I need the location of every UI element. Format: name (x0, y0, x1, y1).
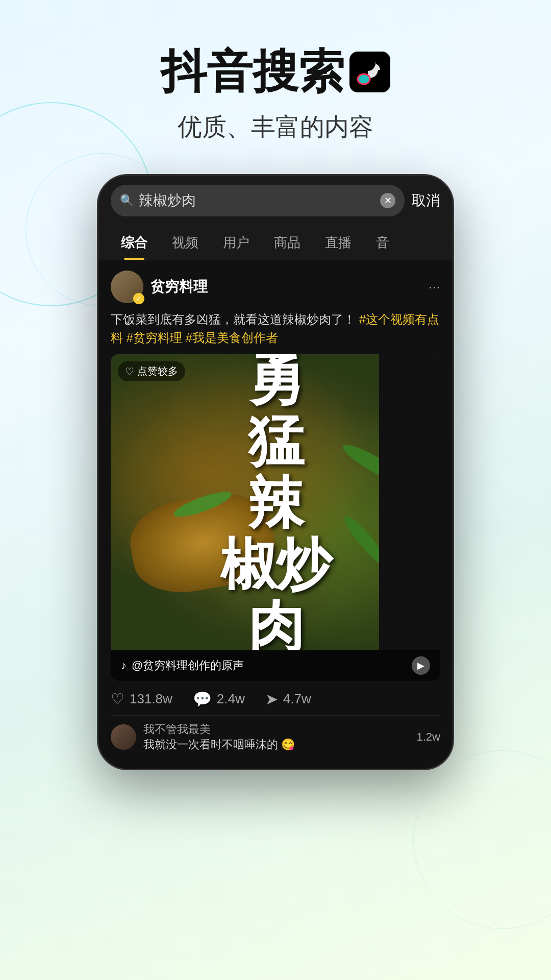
video-title-text: 勇猛辣椒炒肉 (220, 354, 331, 650)
verified-badge: ✓ (133, 293, 144, 304)
post-username[interactable]: 贫穷料理 (151, 277, 208, 297)
likes-engagement[interactable]: ♡ 131.8w (111, 690, 172, 708)
phone-edge-overlay (379, 354, 440, 650)
comment-body-text: 我就没一次看时不咽唾沫的 😋 (143, 737, 410, 752)
app-subtitle: 优质、丰富的内容 (0, 111, 551, 143)
tab-product[interactable]: 商品 (262, 226, 313, 260)
bg-decoration-circle-3 (413, 750, 551, 929)
post-user-info: ✓ 贫穷料理 (111, 271, 208, 303)
tab-video[interactable]: 视频 (160, 226, 211, 260)
search-icon: 🔍 (120, 194, 134, 207)
verified-check-icon: ✓ (136, 295, 142, 303)
audio-bar[interactable]: ♪ @贫穷料理创作的原声 ▶ (111, 650, 440, 681)
play-icon: ▶ (417, 660, 424, 671)
post-desc-text: 下饭菜到底有多凶猛，就看这道辣椒炒肉了！ (111, 312, 356, 326)
search-clear-button[interactable]: ✕ (380, 193, 395, 208)
app-title: 抖音搜索 (0, 41, 551, 103)
post-description: 下饭菜到底有多凶猛，就看这道辣椒炒肉了！ #这个视频有点料 #贫穷料理 #我是美… (111, 310, 440, 347)
search-input-wrapper[interactable]: 🔍 辣椒炒肉 ✕ (111, 185, 405, 216)
tab-user[interactable]: 用户 (211, 226, 262, 260)
engagement-row: ♡ 131.8w 💬 2.4w ➤ 4.7w (111, 681, 440, 715)
play-button[interactable]: ▶ (412, 656, 430, 675)
commenter-username[interactable]: 我不管我最美 (143, 722, 410, 737)
tab-live[interactable]: 直播 (313, 226, 364, 260)
comment-likes-count: 1.2w (417, 730, 440, 744)
share-icon: ➤ (265, 690, 278, 708)
tab-comprehensive[interactable]: 综合 (109, 226, 160, 260)
likes-count: 131.8w (130, 691, 172, 707)
phone-container: 🔍 辣椒炒肉 ✕ 取消 综合 视频 用户 商品 直播 (0, 164, 551, 770)
audio-source-text: @贫穷料理创作的原声 (132, 658, 244, 673)
comments-engagement[interactable]: 💬 2.4w (193, 690, 245, 708)
shares-count: 4.7w (283, 691, 311, 707)
shares-engagement[interactable]: ➤ 4.7w (265, 690, 311, 708)
clear-icon: ✕ (384, 195, 392, 206)
search-bar-row: 🔍 辣椒炒肉 ✕ 取消 (98, 176, 453, 226)
phone-mockup: 🔍 辣椒炒肉 ✕ 取消 综合 视频 用户 商品 直播 (97, 174, 454, 770)
video-card[interactable]: ♡ 点赞较多 勇猛辣椒炒肉 ♪ @ (111, 354, 440, 681)
search-cancel-button[interactable]: 取消 (412, 191, 440, 210)
search-query-text: 辣椒炒肉 (139, 191, 375, 210)
avatar-wrapper: ✓ (111, 271, 143, 303)
heart-icon: ♡ (111, 690, 124, 708)
video-thumbnail: ♡ 点赞较多 勇猛辣椒炒肉 (111, 354, 440, 650)
comments-count: 2.4w (217, 691, 245, 707)
tab-music[interactable]: 音 (364, 226, 402, 260)
tiktok-audio-icon: ♪ (121, 659, 127, 672)
search-tabs-row: 综合 视频 用户 商品 直播 音 (98, 226, 453, 260)
audio-info: ♪ @贫穷料理创作的原声 (121, 658, 244, 673)
comment-text: 我就没一次看时不咽唾沫的 (143, 737, 278, 752)
more-options-button[interactable]: ··· (429, 279, 440, 295)
comment-preview-row: 我不管我最美 我就没一次看时不咽唾沫的 😋 1.2w (111, 715, 440, 758)
comment-text-column: 我不管我最美 我就没一次看时不咽唾沫的 😋 (143, 722, 410, 752)
tiktok-note-icon (349, 52, 390, 92)
comment-emoji: 😋 (281, 738, 295, 751)
commenter-avatar (111, 724, 136, 750)
post-header: ✓ 贫穷料理 ··· (111, 271, 440, 303)
comment-icon: 💬 (193, 690, 212, 708)
search-results-content: ✓ 贫穷料理 ··· 下饭菜到底有多凶猛，就看这道辣椒炒肉了！ #这个视频有点料… (98, 260, 453, 769)
header-section: 抖音搜索 优质、丰富的内容 (0, 0, 551, 164)
app-title-text: 抖音搜索 (161, 41, 344, 103)
